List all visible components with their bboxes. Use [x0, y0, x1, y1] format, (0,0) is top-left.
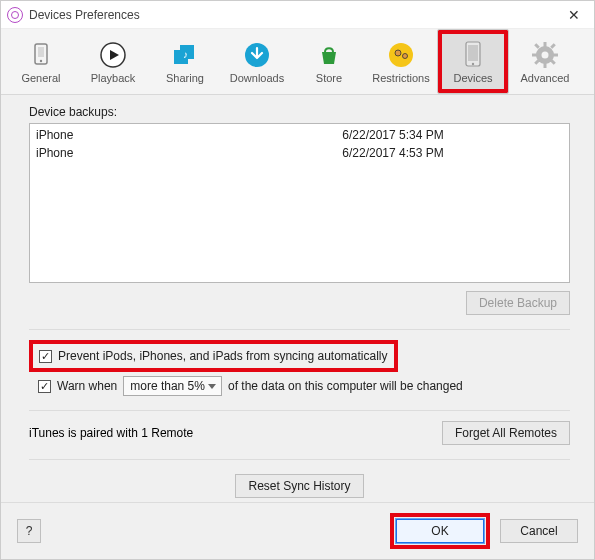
backup-date: 6/22/2017 5:34 PM [342, 126, 567, 144]
restrictions-icon [386, 40, 416, 70]
tab-label: Sharing [166, 72, 204, 84]
warn-checkbox-row[interactable]: ✓ Warn when more than 5% of the data on … [29, 376, 570, 396]
help-button[interactable]: ? [17, 519, 41, 543]
tab-advanced[interactable]: Advanced [509, 29, 581, 94]
checkbox-checked-icon: ✓ [39, 350, 52, 363]
remotes-row: iTunes is paired with 1 Remote Forget Al… [29, 421, 570, 445]
svg-point-9 [389, 43, 413, 67]
warn-threshold-select[interactable]: more than 5% [123, 376, 222, 396]
titlebar: Devices Preferences ✕ [1, 1, 594, 29]
warn-label-pre: Warn when [57, 379, 117, 393]
svg-point-10 [395, 50, 401, 56]
svg-point-11 [403, 53, 408, 58]
tab-label: General [21, 72, 60, 84]
separator [29, 410, 570, 411]
remotes-status: iTunes is paired with 1 Remote [29, 426, 193, 440]
svg-rect-1 [38, 47, 44, 57]
tab-label: Devices [453, 72, 492, 84]
backups-label: Device backups: [29, 105, 570, 119]
checkbox-checked-icon: ✓ [38, 380, 51, 393]
ok-highlight: OK [390, 513, 490, 549]
prevent-sync-checkbox-row[interactable]: ✓ Prevent iPods, iPhones, and iPads from… [29, 340, 398, 372]
svg-rect-17 [544, 42, 547, 47]
svg-point-16 [542, 51, 549, 58]
separator [29, 329, 570, 330]
tab-label: Downloads [230, 72, 284, 84]
dialog-footer: ? OK Cancel [1, 502, 594, 559]
tab-playback[interactable]: Playback [77, 29, 149, 94]
svg-rect-20 [553, 53, 558, 56]
tab-label: Store [316, 72, 342, 84]
svg-rect-21 [534, 43, 540, 49]
tab-downloads[interactable]: Downloads [221, 29, 293, 94]
svg-point-2 [40, 59, 42, 61]
sharing-icon: ♪ [170, 40, 200, 70]
tab-label: Playback [91, 72, 136, 84]
preferences-window: Devices Preferences ✕ General Playback ♪… [0, 0, 595, 560]
svg-text:♪: ♪ [183, 49, 188, 60]
toolbar-tabs: General Playback ♪ Sharing Downloads Sto… [1, 29, 594, 95]
backup-name: iPhone [32, 144, 342, 162]
backup-date: 6/22/2017 4:53 PM [342, 144, 567, 162]
tab-label: Restrictions [372, 72, 429, 84]
devices-icon [458, 40, 488, 70]
svg-point-14 [472, 62, 474, 64]
ok-button[interactable]: OK [396, 519, 484, 543]
forget-remotes-button[interactable]: Forget All Remotes [442, 421, 570, 445]
backups-list[interactable]: iPhone 6/22/2017 5:34 PM iPhone 6/22/201… [29, 123, 570, 283]
itunes-icon [7, 7, 23, 23]
tab-general[interactable]: General [5, 29, 77, 94]
table-row[interactable]: iPhone 6/22/2017 5:34 PM [32, 126, 567, 144]
download-icon [242, 40, 272, 70]
window-title: Devices Preferences [29, 8, 140, 22]
content-pane: Device backups: iPhone 6/22/2017 5:34 PM… [1, 95, 594, 502]
tab-label: Advanced [521, 72, 570, 84]
cancel-button[interactable]: Cancel [500, 519, 578, 543]
prevent-sync-label: Prevent iPods, iPhones, and iPads from s… [58, 349, 388, 363]
close-button[interactable]: ✕ [560, 5, 588, 25]
warn-select-value: more than 5% [130, 379, 205, 393]
tab-store[interactable]: Store [293, 29, 365, 94]
separator [29, 459, 570, 460]
svg-rect-19 [532, 53, 537, 56]
reset-sync-history-button[interactable]: Reset Sync History [235, 474, 363, 498]
general-icon [26, 40, 56, 70]
tab-sharing[interactable]: ♪ Sharing [149, 29, 221, 94]
gear-icon [530, 40, 560, 70]
warn-label-post: of the data on this computer will be cha… [228, 379, 463, 393]
store-icon [314, 40, 344, 70]
table-row[interactable]: iPhone 6/22/2017 4:53 PM [32, 144, 567, 162]
tab-devices[interactable]: Devices [437, 29, 509, 94]
svg-rect-18 [544, 63, 547, 68]
tab-restrictions[interactable]: Restrictions [365, 29, 437, 94]
backup-name: iPhone [32, 126, 342, 144]
svg-rect-23 [550, 43, 556, 49]
svg-rect-13 [468, 45, 478, 61]
play-icon [98, 40, 128, 70]
delete-backup-button: Delete Backup [466, 291, 570, 315]
